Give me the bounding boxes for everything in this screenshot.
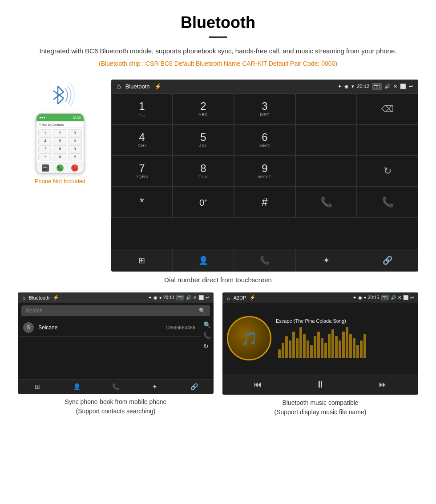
svg-line-1 (58, 86, 64, 92)
pb-nav-phone[interactable]: 📞 (96, 383, 135, 390)
volume-icon: 🔊 (384, 84, 391, 89)
music-bt-icon: ✦ (353, 295, 356, 300)
pb-status-left: ⌂ Bluetooth ⚡ (22, 295, 59, 300)
eq-bar (307, 340, 309, 358)
phone-end-btn[interactable]: 📞 (71, 164, 78, 172)
dial-key-7[interactable]: 7PQRS (111, 156, 173, 187)
music-win-icon: ⬜ (403, 295, 408, 300)
music-next-btn[interactable]: ⏭ (379, 380, 387, 389)
pb-nav-contacts[interactable]: 👤 (57, 383, 96, 390)
dial-key-0[interactable]: 0+ (173, 187, 234, 218)
eq-bar (289, 340, 291, 358)
phone-key-8[interactable]: 8 (53, 145, 67, 152)
eq-bar (321, 338, 323, 358)
dial-key-4[interactable]: 4GHI (111, 124, 173, 156)
dial-call-green[interactable]: 📞 (295, 187, 357, 218)
pb-nav-link[interactable]: 🔗 (174, 383, 214, 390)
eq-bar (299, 327, 302, 358)
phone-key-5[interactable]: 5 (53, 137, 67, 144)
car-nav-link[interactable]: 🔗 (357, 249, 418, 272)
dial-key-9[interactable]: 9WXYZ (234, 156, 295, 187)
music-play-pause-btn[interactable]: ⏸ (315, 379, 325, 390)
car-nav-bt[interactable]: ✦ (296, 249, 357, 272)
phone-key-3[interactable]: 3 (68, 129, 82, 136)
pb-avatar: S (23, 322, 34, 333)
eq-bar (349, 334, 352, 358)
phone-key-1[interactable]: 1 (38, 129, 52, 136)
pb-contact-name: Seicane (38, 324, 166, 331)
back-icon[interactable]: ↩ (409, 84, 413, 89)
music-wifi-icon: ▾ (364, 295, 366, 300)
phone-bottom-bar: 📷 📞 📞 (36, 162, 84, 173)
dial-key-6[interactable]: 6MNO (234, 124, 295, 156)
phone-key-2[interactable]: 2 (53, 129, 67, 136)
car-nav-grid[interactable]: ⊞ (111, 249, 173, 272)
music-status-bar: ⌂ A2DP ⚡ ✦ ◉ ▾ 20:15 📷 🔊 ✕ ⬜ ↩ (222, 292, 418, 303)
dial-key-8[interactable]: 8TUV (173, 156, 234, 187)
phone-key-hash[interactable]: # (68, 153, 82, 160)
dial-backspace[interactable]: ⌫ (357, 93, 418, 124)
pb-usb-icon: ⚡ (53, 295, 59, 300)
page-specs: (Bluetooth chip : CSR BC6 Default Blueto… (18, 60, 418, 67)
music-back-icon[interactable]: ↩ (410, 295, 414, 300)
music-status-right: ✦ ◉ ▾ 20:15 📷 🔊 ✕ ⬜ ↩ (353, 295, 414, 300)
car-status-left: ⌂ Bluetooth ⚡ (117, 82, 161, 90)
eq-bar (292, 332, 295, 358)
location-icon: ◉ (344, 84, 349, 89)
page-wrapper: Bluetooth Integrated with BC6 Bluetooth … (0, 0, 436, 430)
music-home-icon[interactable]: ⌂ (227, 295, 230, 300)
dial-empty-2 (295, 124, 357, 156)
pb-call-side-icon[interactable]: 📞 (203, 332, 211, 339)
music-time: 20:15 (368, 295, 379, 300)
phone-cam-btn: 📷 (42, 164, 49, 172)
dial-empty-4 (295, 156, 357, 187)
dial-call-red[interactable]: 📞 (357, 187, 418, 218)
car-nav-contacts[interactable]: 👤 (173, 249, 234, 272)
phone-call-btn[interactable]: 📞 (57, 164, 64, 172)
phone-key-9[interactable]: 9 (68, 145, 82, 152)
phone-key-7[interactable]: 7 (38, 145, 52, 152)
car-nav-phone[interactable]: 📞 (234, 249, 295, 272)
phone-add-contact: + Add to Contacts (36, 121, 84, 128)
eq-bar (346, 327, 348, 358)
music-status-left: ⌂ A2DP ⚡ (227, 295, 256, 300)
pb-loc-icon: ◉ (153, 295, 157, 300)
music-close-icon: ✕ (398, 295, 401, 300)
dial-refresh[interactable]: ↻ (357, 156, 418, 187)
pb-bottom-nav: ⊞ 👤 📞 ✦ 🔗 (18, 379, 214, 394)
dial-key-hash[interactable]: # (234, 187, 295, 218)
music-body: 🎵 Escape (The Pina Colada Song) (222, 303, 418, 374)
pb-home-icon[interactable]: ⌂ (22, 295, 25, 300)
dial-key-star[interactable]: * (111, 187, 173, 218)
pb-contact-row[interactable]: S Seicane 13566664466 (18, 319, 201, 337)
music-title: A2DP (234, 295, 246, 300)
eq-bar (285, 336, 288, 358)
dial-key-5[interactable]: 5JKL (173, 124, 234, 156)
phone-key-star[interactable]: * (38, 153, 52, 160)
phone-key-6[interactable]: 6 (68, 137, 82, 144)
eq-bar (360, 340, 363, 358)
camera-icon: 📷 (372, 83, 382, 90)
phone-key-0[interactable]: 0 (53, 153, 67, 160)
phone-not-included-label: Phone Not Included (35, 178, 85, 184)
dialpad-grid: 1⌁◡ 2ABC 3DEF ⌫ 4GHI 5JKL 6MNO 7PQRS 8TU… (111, 93, 418, 249)
dial-key-1[interactable]: 1⌁◡ (111, 93, 173, 124)
pb-back-icon[interactable]: ↩ (206, 295, 209, 300)
phone-frame: ●●● M:20 + Add to Contacts 1 2 3 4 5 6 7… (36, 113, 85, 174)
pb-nav-grid[interactable]: ⊞ (18, 383, 57, 390)
time-display: 20:12 (357, 84, 369, 89)
phone-carrier: M:20 (73, 116, 81, 120)
pb-refresh-side-icon[interactable]: ↻ (203, 343, 211, 350)
dial-key-3[interactable]: 3DEF (234, 93, 295, 124)
eq-bar (342, 332, 345, 358)
car-screen-title: Bluetooth (125, 83, 150, 90)
pb-search-side-icon[interactable]: 🔍 (203, 321, 211, 328)
phone-key-4[interactable]: 4 (38, 137, 52, 144)
pb-search-icon[interactable]: 🔍 (199, 308, 206, 314)
dial-key-2[interactable]: 2ABC (173, 93, 234, 124)
music-prev-btn[interactable]: ⏮ (254, 380, 262, 389)
dial-empty-3 (357, 124, 418, 156)
pb-nav-bt[interactable]: ✦ (135, 383, 174, 390)
home-icon[interactable]: ⌂ (117, 82, 121, 90)
pb-search-bar[interactable]: Search 🔍 (21, 305, 210, 316)
